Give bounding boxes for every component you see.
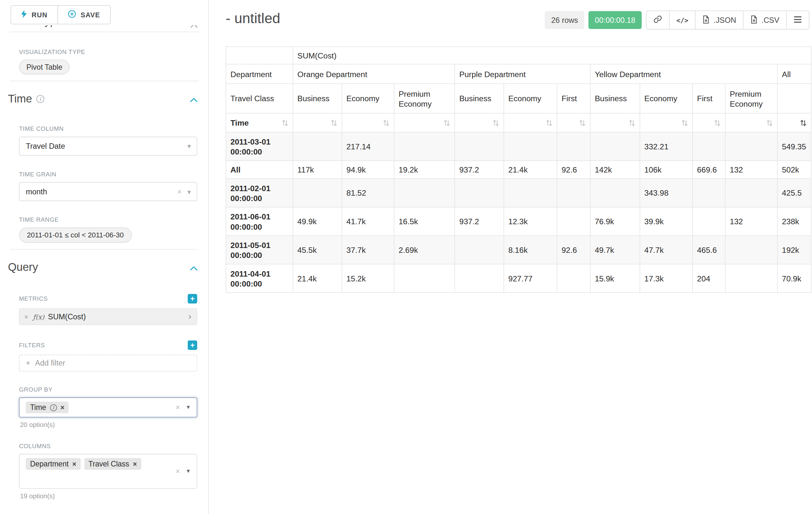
pivot-value-cell	[557, 132, 590, 161]
sort-icon[interactable]	[443, 119, 450, 126]
export-csv-button[interactable]: .CSV	[743, 11, 786, 29]
time-column-select[interactable]: Travel Date ▾	[19, 137, 197, 156]
pivot-data-row: All117k94.9k19.2k937.221.4k92.6142k106k6…	[226, 161, 811, 179]
clear-icon[interactable]: ×	[177, 188, 181, 195]
pivot-class-header: Premium Economy	[394, 83, 455, 113]
pivot-corner-cell	[226, 47, 293, 64]
code-icon: </>	[676, 16, 689, 24]
sort-icon[interactable]	[546, 119, 552, 126]
pivot-value-cell: 49.9k	[293, 207, 342, 236]
pivot-value-cell: 81.52	[342, 179, 394, 207]
expand-metric-icon[interactable]: ›	[188, 311, 191, 322]
hamburger-menu-icon	[793, 16, 802, 24]
visualization-type-label: VISUALIZATION TYPE	[19, 49, 197, 55]
pivot-value-cell	[693, 132, 725, 161]
pivot-class-header: Economy	[342, 83, 394, 113]
pivot-value-cell: 8.16k	[504, 236, 557, 264]
chart-title[interactable]: - untitled	[226, 10, 280, 27]
chevron-up-icon[interactable]	[190, 92, 198, 105]
chevron-up-icon[interactable]	[190, 261, 198, 273]
groupby-select[interactable]: Time i × × ▼	[19, 397, 197, 417]
pivot-all-header: All	[777, 64, 811, 84]
add-metric-button[interactable]: +	[188, 294, 197, 304]
pivot-class-header: Economy	[504, 83, 557, 113]
pivot-value-cell: 76.9k	[590, 207, 640, 236]
info-icon[interactable]: i	[36, 95, 44, 103]
sort-icon[interactable]	[579, 119, 586, 126]
menu-button[interactable]	[786, 11, 809, 29]
info-icon[interactable]: i	[50, 404, 57, 411]
pivot-sort-cell[interactable]	[293, 113, 342, 132]
export-json-button[interactable]: .JSON	[695, 11, 743, 29]
pivot-sort-cell[interactable]	[640, 113, 693, 132]
sort-icon[interactable]	[800, 119, 807, 126]
pivot-sort-cell[interactable]	[590, 113, 640, 132]
download-file-icon	[702, 15, 710, 25]
pivot-value-cell	[693, 207, 725, 236]
clear-icon[interactable]: ×	[176, 468, 180, 475]
pivot-class-header: First	[557, 83, 590, 113]
pivot-sort-cell[interactable]	[455, 113, 504, 132]
run-button[interactable]: RUN	[11, 6, 57, 24]
pivot-data-row: 2011-03-01 00:00:00217.14332.21549.35	[226, 132, 811, 161]
time-grain-select[interactable]: month × ▾	[19, 182, 197, 201]
pivot-sort-cell[interactable]	[504, 113, 557, 132]
pivot-value-cell: 21.4k	[504, 161, 557, 179]
add-filter-plus-button[interactable]: +	[188, 341, 197, 350]
run-save-button-group: RUN SAVE	[10, 5, 111, 24]
pivot-sort-cell[interactable]	[557, 113, 590, 132]
pivot-metric-header: SUM(Cost)	[293, 47, 811, 64]
remove-metric-icon[interactable]: ×	[20, 313, 33, 321]
filters-control: FILTERS + + Add filter	[19, 341, 197, 372]
pivot-value-cell: 937.2	[455, 161, 504, 179]
pivot-value-cell	[725, 264, 778, 293]
save-button[interactable]: SAVE	[57, 6, 110, 24]
columns-label: COLUMNS	[19, 443, 197, 449]
metric-item[interactable]: × ƒ(x) SUM(Cost) ›	[19, 308, 197, 325]
pivot-row-label: 2011-06-01 00:00:00	[226, 207, 293, 236]
pivot-class-header: Economy	[640, 83, 693, 113]
pivot-value-cell: 204	[693, 264, 725, 293]
sort-icon[interactable]	[629, 119, 635, 126]
pivot-class-header: Business	[590, 83, 640, 113]
view-query-button[interactable]: </>	[669, 11, 695, 29]
time-range-value[interactable]: 2011-01-01 ≤ col < 2011-06-30	[19, 227, 132, 243]
add-filter-button[interactable]: + Add filter	[19, 355, 197, 372]
remove-tag-icon[interactable]: ×	[60, 404, 64, 411]
sort-icon[interactable]	[766, 119, 773, 126]
sort-icon[interactable]	[492, 119, 499, 126]
sort-icon[interactable]	[282, 119, 288, 126]
columns-tag-label: Travel Class	[89, 460, 129, 468]
sort-icon[interactable]	[330, 119, 337, 126]
pivot-value-cell: 45.5k	[293, 236, 342, 264]
sort-icon[interactable]	[714, 119, 721, 126]
pivot-value-cell: 217.14	[342, 132, 394, 161]
remove-tag-icon[interactable]: ×	[72, 460, 76, 468]
pivot-sort-cell[interactable]	[693, 113, 725, 132]
plus-icon: +	[26, 359, 30, 367]
pivot-table: SUM(Cost)DepartmentOrange DepartmentPurp…	[226, 47, 811, 293]
pivot-value-cell: 937.2	[455, 207, 504, 236]
plus-circle-icon	[68, 10, 76, 20]
metrics-control: METRICS + × ƒ(x) SUM(Cost) ›	[19, 294, 197, 325]
remove-tag-icon[interactable]: ×	[133, 460, 137, 468]
time-grain-label: TIME GRAIN	[19, 171, 197, 177]
sort-icon[interactable]	[383, 119, 389, 126]
export-json-label: .JSON	[714, 16, 736, 24]
row-count-badge: 26 rows	[545, 11, 584, 29]
pivot-sort-cell[interactable]	[777, 113, 811, 132]
visualization-type-value[interactable]: Pivot Table	[19, 60, 70, 75]
pivot-value-cell: 332.21	[640, 132, 693, 161]
pivot-sort-cell[interactable]	[394, 113, 455, 132]
copy-link-button[interactable]	[646, 11, 669, 29]
sort-icon[interactable]	[682, 119, 688, 126]
pivot-sort-cell[interactable]	[342, 113, 394, 132]
pivot-data-row: 2011-05-01 00:00:0045.5k37.7k2.69k8.16k9…	[226, 236, 811, 264]
clear-icon[interactable]: ×	[176, 404, 180, 411]
columns-select[interactable]: Department × Travel Class × × ▼	[19, 454, 197, 489]
pivot-value-cell: 12.3k	[504, 207, 557, 236]
pivot-sort-cell[interactable]	[725, 113, 778, 132]
pivot-time-sort-cell[interactable]: Time	[226, 113, 293, 132]
pivot-value-cell	[293, 132, 342, 161]
pivot-row-label: 2011-04-01 00:00:00	[226, 264, 293, 293]
